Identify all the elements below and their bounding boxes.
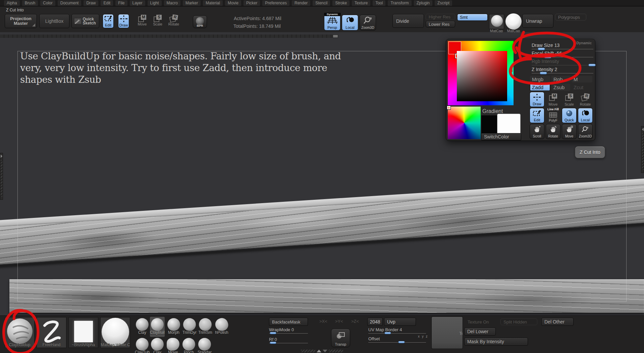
menu-transform[interactable]: Transform: [388, 0, 411, 6]
mrgb-button[interactable]: Mrgb: [530, 76, 550, 82]
popup-rotate-button[interactable]: R Rotate: [578, 92, 593, 107]
menu-marker[interactable]: Marker: [183, 0, 201, 6]
uvp-button[interactable]: Uvp: [384, 318, 416, 326]
menu-brush[interactable]: Brush: [22, 0, 38, 6]
zcut-button[interactable]: Zcut: [572, 83, 592, 91]
brush-item-clay2[interactable]: Clay: [150, 338, 165, 353]
brush-item-clay[interactable]: Clay: [135, 318, 150, 335]
brush-item-trimsm[interactable]: TrimSm: [198, 318, 213, 335]
persp-button[interactable]: Persp: [324, 15, 340, 31]
del-other-button[interactable]: Del Other: [541, 318, 574, 326]
offset-slider[interactable]: Offset: [368, 336, 426, 343]
brush-item-hpolish[interactable]: hPolish: [214, 318, 229, 335]
uv-map-border-slider[interactable]: UV Map Border 4: [368, 327, 426, 334]
scale-mode-button[interactable]: S Scale: [151, 15, 164, 26]
menu-tool[interactable]: Tool: [373, 0, 385, 6]
divide-button[interactable]: Divide: [392, 14, 424, 28]
lightbox-button[interactable]: LightBox: [39, 14, 69, 28]
menu-edit[interactable]: Edit: [101, 0, 113, 6]
axis-x-button[interactable]: >X<: [319, 319, 327, 324]
projection-master-button[interactable]: Projection Master: [5, 14, 37, 28]
higher-res-button[interactable]: Higher Res: [426, 14, 455, 20]
axis-y-button[interactable]: >Y<: [335, 319, 343, 324]
alpha-thumbnail-brushalpha[interactable]: ~BrushAlpha: [68, 317, 98, 348]
rgb-intensity-handle[interactable]: [588, 64, 596, 66]
menu-macro[interactable]: Macro: [164, 0, 180, 6]
menu-light[interactable]: Light: [148, 0, 162, 6]
brush-item-move[interactable]: Move: [166, 338, 180, 353]
focal-shift-slider[interactable]: Focal Shift -56: [532, 51, 593, 57]
offset-handle[interactable]: [398, 341, 405, 343]
menu-zplugin[interactable]: Zplugin: [414, 0, 432, 6]
popup-zoom3d-button[interactable]: Zoom3D: [578, 124, 593, 139]
menu-layer[interactable]: Layer: [130, 0, 145, 6]
left-tray-divider[interactable]: [0, 153, 3, 200]
polyframe-button[interactable]: Line Fill PolyF: [546, 108, 560, 123]
stroke-thumbnail-freehand[interactable]: FreeHand: [37, 317, 66, 348]
switch-color-button[interactable]: SwitchColor: [481, 133, 521, 140]
alt-spectrum-cursor[interactable]: [447, 106, 450, 109]
axis-z-button[interactable]: >Z<: [351, 319, 359, 324]
split-hidden-button[interactable]: Split Hidden: [500, 318, 537, 325]
material-thumbnail-matcap-white[interactable]: MatCap White C: [100, 317, 130, 348]
brush-thumbnail-claybuildup[interactable]: ClayBuildup: [5, 317, 35, 348]
top-tray-divider-handle[interactable]: [333, 35, 338, 38]
menu-texture[interactable]: Texture: [352, 0, 370, 6]
right-tray-divider[interactable]: [641, 126, 644, 173]
draw-size-slider[interactable]: Draw Size 13: [532, 43, 593, 49]
color-spectrum-square[interactable]: [448, 41, 514, 105]
menu-render[interactable]: Render: [292, 0, 310, 6]
saturation-value-square[interactable]: [457, 51, 507, 101]
rotate-mode-button[interactable]: R Rotate: [166, 15, 181, 26]
popup-draw-button[interactable]: Draw: [530, 92, 544, 107]
scroll-canvas-button[interactable]: Scroll: [530, 124, 544, 139]
popup-scale-button[interactable]: S Scale: [562, 92, 577, 107]
del-lower-button[interactable]: Del Lower: [464, 328, 496, 336]
edit-mode-button[interactable]: Edit: [103, 14, 114, 28]
menu-zscript[interactable]: Zscript: [435, 0, 452, 6]
quick-button[interactable]: Quick: [562, 108, 577, 123]
polygroups-button[interactable]: Polygroups: [555, 14, 586, 20]
brush-item-claybuil-selected[interactable]: ClayBuil: [150, 317, 165, 337]
top-tray-divider[interactable]: [0, 35, 337, 38]
map-size-2048-button[interactable]: 2048: [367, 318, 383, 326]
menu-material[interactable]: Material: [203, 0, 223, 6]
uv-map-border-handle[interactable]: [384, 332, 391, 334]
wrapmode-handle[interactable]: [270, 332, 276, 334]
divider-down-arrow-icon[interactable]: [323, 350, 327, 352]
local-button[interactable]: Local: [342, 15, 358, 31]
quick-sketch-button[interactable]: Quick Sketch: [71, 14, 99, 28]
draw-mode-button[interactable]: Draw: [118, 14, 129, 28]
brush-item-morph[interactable]: Morph: [166, 318, 181, 335]
menu-stencil[interactable]: Stencil: [313, 0, 330, 6]
unwrap-button[interactable]: Unwrap: [522, 14, 553, 28]
popup-edit-button[interactable]: Edit: [530, 108, 544, 123]
menu-alpha[interactable]: Alpha: [4, 0, 20, 6]
move-mode-button[interactable]: M Move: [136, 15, 149, 26]
matcap-thumbnail-right[interactable]: [505, 13, 522, 30]
brush-item-standard[interactable]: Standar: [197, 338, 212, 353]
rf-handle[interactable]: [270, 342, 276, 344]
wrapmode-slider[interactable]: WrapMode 0: [269, 327, 308, 334]
texture-preview[interactable]: Te: [431, 316, 463, 349]
zsub-button[interactable]: Zsub: [551, 83, 570, 91]
zoom3d-button[interactable]: Zoom3D: [360, 15, 376, 31]
rf-slider[interactable]: Rf 0: [269, 337, 308, 343]
alt-color-spectrum[interactable]: [448, 107, 481, 139]
popup-local-button[interactable]: Local: [578, 108, 593, 123]
rgb-button[interactable]: Rgb: [551, 76, 570, 82]
rotate-canvas-button[interactable]: Rotate: [546, 124, 560, 139]
texture-on-button[interactable]: Texture On: [465, 318, 498, 325]
bpr-render-button[interactable]: BPR: [193, 15, 207, 28]
zadd-button[interactable]: Zadd: [530, 83, 550, 91]
menu-movie[interactable]: Movie: [225, 0, 241, 6]
transp-button[interactable]: Transp: [331, 329, 350, 347]
brush-item-pinch[interactable]: Pinch: [181, 338, 196, 353]
menu-stroke[interactable]: Stroke: [332, 0, 350, 6]
move-canvas-button[interactable]: Move: [562, 124, 577, 139]
divider-up-arrow-icon[interactable]: [317, 350, 321, 352]
focal-shift-handle[interactable]: [544, 56, 551, 58]
matcap-thumbnail-left[interactable]: [489, 14, 504, 29]
menu-picker[interactable]: Picker: [244, 0, 260, 6]
menu-color[interactable]: Color: [40, 0, 55, 6]
